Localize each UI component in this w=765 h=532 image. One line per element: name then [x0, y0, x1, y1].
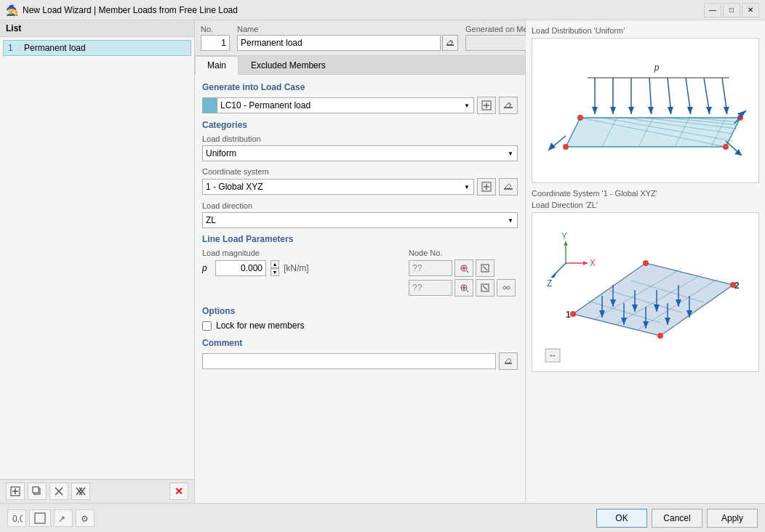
bottom-btn4[interactable]: ⚙ [76, 509, 95, 527]
svg-text:Z: Z [547, 278, 552, 289]
bottom-diagram-box: X Y Z [532, 212, 759, 372]
coordinate-diagram: X Y Z [544, 219, 748, 365]
svg-text:2: 2 [734, 281, 740, 291]
load-direction-select[interactable]: ZL X Y Z [202, 212, 518, 228]
new-item-button[interactable] [6, 483, 25, 500]
svg-point-38 [507, 286, 510, 289]
generate-section-title: Generate into Load Case [202, 82, 518, 92]
close-button[interactable]: ✕ [742, 3, 759, 17]
comment-edit-button[interactable] [499, 352, 518, 370]
comment-input[interactable] [202, 353, 496, 369]
list-area: 1 Permanent load [0, 37, 194, 479]
node1-input[interactable] [409, 260, 452, 276]
bottom-toolbar: 0,0 ↗ ⚙ [7, 509, 95, 527]
node-no-label: Node No. [409, 249, 518, 257]
delete-item-button[interactable] [49, 483, 68, 500]
no-field-group: No. [201, 25, 230, 51]
svg-point-58 [577, 115, 583, 121]
spinner-up[interactable]: ▲ [271, 260, 279, 268]
lock-label[interactable]: Lock for new members [216, 321, 304, 331]
delete-all-button[interactable] [71, 483, 90, 500]
node2-input[interactable] [409, 280, 452, 296]
svg-text:↔: ↔ [548, 350, 557, 360]
bottom-diagram-title-line2: Load Direction 'ZL' [532, 201, 759, 209]
svg-text:Y: Y [561, 231, 567, 241]
node2-extra-button[interactable] [497, 279, 516, 297]
bottom-btn2[interactable] [29, 509, 51, 527]
form-panel: No. Name Generated on Members N [195, 20, 526, 503]
lc-add-button[interactable] [477, 97, 496, 114]
load-distribution-select[interactable]: Uniform Linear Parabolic [202, 145, 518, 161]
categories-section: Categories Load distribution Uniform Lin… [202, 120, 518, 228]
load-distribution-label: Load distribution [202, 134, 518, 143]
svg-text:↗: ↗ [58, 514, 65, 524]
svg-line-30 [483, 266, 487, 270]
list-panel: List 1 Permanent load ✕ [0, 20, 195, 503]
coordinate-system-select[interactable]: 1 - Global XYZ [202, 179, 474, 195]
bottom-btn1[interactable]: 0,0 [7, 509, 26, 527]
name-edit-button[interactable] [442, 35, 458, 51]
bottom-diagram-title-line1: Coordinate System '1 - Global XYZ' [532, 189, 759, 198]
svg-text:⚙: ⚙ [81, 514, 89, 524]
list-header: List [0, 20, 194, 37]
node2-clear-button[interactable] [476, 279, 494, 297]
cancel-button[interactable]: Cancel [652, 509, 702, 528]
svg-line-26 [467, 271, 468, 273]
diagrams-panel: Load Distribution 'Uniform' [526, 20, 765, 503]
coord-btn1[interactable] [477, 178, 496, 196]
svg-point-101 [657, 333, 663, 339]
spinner-down[interactable]: ▼ [271, 268, 279, 276]
title-bar: 🧙 New Load Wizard | Member Loads from Fr… [0, 0, 765, 20]
top-diagram-box: p [532, 38, 759, 183]
svg-rect-42 [544, 45, 748, 176]
svg-rect-4 [33, 487, 39, 493]
no-input[interactable] [201, 35, 230, 51]
node1-clear-button[interactable] [476, 259, 494, 277]
svg-point-100 [570, 311, 576, 317]
lock-checkbox[interactable] [202, 321, 212, 331]
list-item[interactable]: 1 Permanent load [3, 40, 191, 56]
coordinate-system-label: Coordinate system [202, 167, 518, 176]
node2-pick-button[interactable] [454, 279, 473, 297]
lc-edit-button[interactable] [499, 97, 518, 114]
uniform-load-diagram: p [544, 45, 748, 176]
comment-title: Comment [202, 338, 518, 348]
tab-main[interactable]: Main [195, 56, 239, 75]
bottom-bar: 0,0 ↗ ⚙ OK Cancel Apply [0, 503, 765, 532]
options-section: Options Lock for new members [202, 306, 518, 331]
spinner: ▲ ▼ [271, 260, 279, 276]
svg-point-103 [643, 260, 649, 266]
ok-button[interactable]: OK [596, 509, 647, 528]
svg-text:0,0: 0,0 [12, 514, 23, 524]
node1-pick-button[interactable] [454, 259, 473, 277]
svg-text:X: X [590, 258, 596, 268]
p-value-input[interactable] [215, 260, 266, 276]
name-input[interactable] [237, 35, 441, 51]
window-title: New Load Wizard | Member Loads from Free… [23, 5, 238, 15]
minimize-button[interactable]: — [704, 3, 721, 17]
load-case-select[interactable]: LC10 - Permanent load [217, 97, 474, 113]
copy-item-button[interactable] [28, 483, 47, 500]
svg-text:1: 1 [566, 310, 571, 320]
line-load-title: Line Load Parameters [202, 234, 518, 244]
left-panel-toolbar: ✕ [0, 479, 194, 503]
lc-color-indicator [202, 97, 217, 113]
list-item-label: Permanent load [24, 43, 86, 53]
coord-btn2[interactable] [499, 178, 518, 196]
remove-button[interactable]: ✕ [169, 483, 188, 500]
categories-title: Categories [202, 120, 518, 130]
no-label: No. [201, 25, 230, 33]
maximize-button[interactable]: □ [723, 3, 740, 17]
svg-rect-127 [35, 513, 45, 523]
dialog-buttons: OK Cancel Apply [596, 509, 758, 528]
bottom-btn3[interactable]: ↗ [54, 509, 73, 527]
name-field-group: Name [237, 25, 458, 51]
comment-section: Comment [202, 338, 518, 370]
load-direction-label: Load direction [202, 201, 518, 210]
tab-excluded-members[interactable]: Excluded Members [239, 56, 338, 74]
svg-line-36 [483, 286, 487, 290]
svg-point-56 [723, 144, 729, 150]
svg-line-32 [467, 291, 468, 292]
svg-point-37 [503, 286, 506, 289]
apply-button[interactable]: Apply [707, 509, 758, 528]
